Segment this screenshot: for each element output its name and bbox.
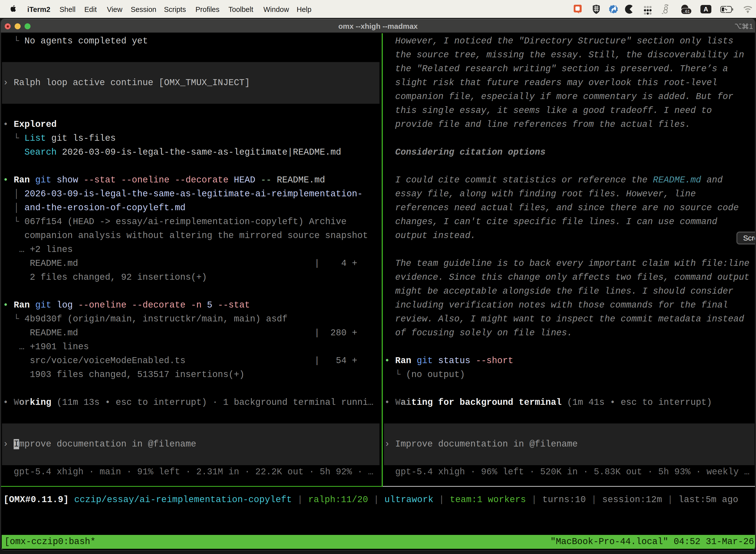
svg-text:1: 1 (749, 22, 753, 30)
svg-text:..61: ..61 (683, 9, 690, 14)
